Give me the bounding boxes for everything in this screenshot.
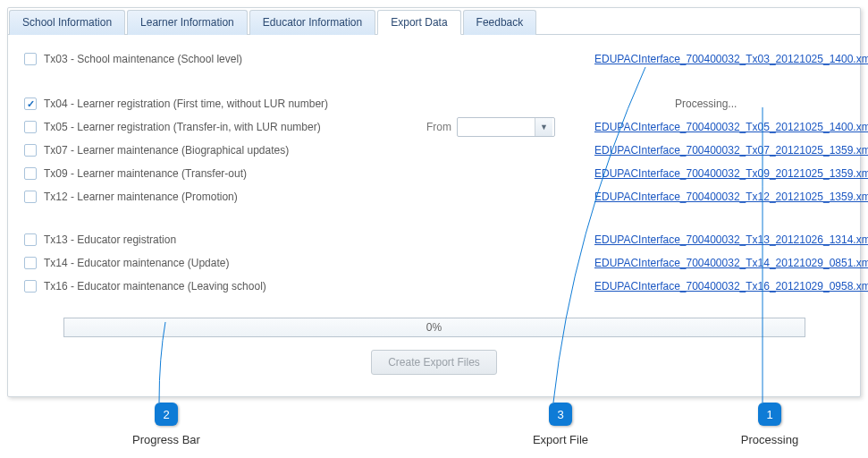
label-tx05: Tx05 - Learner registration (Transfer-in…: [44, 121, 419, 133]
callout-label-3: Export File: [533, 433, 588, 446]
label-tx07: Tx07 - Learner maintenance (Biographical…: [44, 144, 419, 157]
row-tx16: Tx16 - Educator maintenance (Leaving sch…: [24, 275, 844, 298]
callout-badge-1: 1: [758, 403, 781, 426]
row-tx12: Tx12 - Learner maintenance (Promotion) E…: [24, 185, 844, 208]
checkbox-tx05[interactable]: [24, 121, 37, 133]
file-link-tx07[interactable]: EDUPACInterface_700400032_Tx07_20121025_…: [594, 144, 868, 157]
row-tx05: Tx05 - Learner registration (Transfer-in…: [24, 115, 844, 139]
callout-label-2: Progress Bar: [132, 433, 200, 446]
file-link-tx09[interactable]: EDUPACInterface_700400032_Tx09_20121025_…: [594, 167, 868, 180]
callout-layer: 1 Processing 2 Progress Bar 3 Export Fil…: [7, 403, 861, 458]
from-combo[interactable]: ▼: [457, 117, 555, 137]
file-link-tx12[interactable]: EDUPACInterface_700400032_Tx12_20121025_…: [594, 191, 868, 203]
label-tx12: Tx12 - Learner maintenance (Promotion): [44, 191, 419, 203]
row-tx03: Tx03 - School maintenance (School level)…: [24, 47, 844, 71]
callout-badge-3: 3: [549, 403, 572, 426]
tab-export-data[interactable]: Export Data: [377, 10, 460, 35]
checkbox-tx16[interactable]: [24, 280, 37, 293]
progress-bar-container: 0%: [63, 318, 805, 337]
file-link-tx16[interactable]: EDUPACInterface_700400032_Tx16_20121029_…: [594, 280, 868, 293]
status-processing: Processing...: [594, 98, 737, 110]
file-link-tx05[interactable]: EDUPACInterface_700400032_Tx05_20121025_…: [594, 121, 868, 133]
export-content: Tx03 - School maintenance (School level)…: [8, 35, 860, 384]
from-input[interactable]: [458, 118, 535, 136]
tab-feedback[interactable]: Feedback: [463, 10, 537, 35]
row-tx04: Tx04 - Learner registration (First time,…: [24, 92, 844, 115]
checkbox-tx03[interactable]: [24, 53, 37, 65]
from-label: From: [426, 121, 451, 133]
chevron-down-icon[interactable]: ▼: [535, 118, 552, 136]
checkbox-tx04[interactable]: [24, 98, 37, 110]
row-tx09: Tx09 - Learner maintenance (Transfer-out…: [24, 162, 844, 185]
checkbox-tx14[interactable]: [24, 257, 37, 269]
tab-educator-information[interactable]: Educator Information: [249, 10, 375, 35]
checkbox-tx07[interactable]: [24, 144, 37, 157]
label-tx14: Tx14 - Educator maintenance (Update): [44, 257, 419, 269]
callout-badge-2: 2: [155, 403, 178, 426]
checkbox-tx12[interactable]: [24, 191, 37, 203]
file-link-tx13[interactable]: EDUPACInterface_700400032_Tx13_20121026_…: [594, 233, 868, 246]
checkbox-tx13[interactable]: [24, 233, 37, 246]
tab-bar: School Information Learner Information E…: [8, 8, 860, 35]
label-tx16: Tx16 - Educator maintenance (Leaving sch…: [44, 280, 419, 293]
callout-label-1: Processing: [741, 433, 798, 446]
export-panel: School Information Learner Information E…: [7, 7, 861, 397]
label-tx09: Tx09 - Learner maintenance (Transfer-out…: [44, 167, 419, 180]
progress-bar: 0%: [63, 318, 805, 337]
tab-learner-information[interactable]: Learner Information: [127, 10, 248, 35]
checkbox-tx09[interactable]: [24, 167, 37, 180]
row-tx07: Tx07 - Learner maintenance (Biographical…: [24, 139, 844, 162]
tab-school-information[interactable]: School Information: [9, 10, 125, 35]
row-tx14: Tx14 - Educator maintenance (Update) EDU…: [24, 251, 844, 275]
label-tx04: Tx04 - Learner registration (First time,…: [44, 98, 419, 110]
row-tx13: Tx13 - Educator registration EDUPACInter…: [24, 228, 844, 251]
label-tx03: Tx03 - School maintenance (School level): [44, 53, 419, 65]
label-tx13: Tx13 - Educator registration: [44, 233, 419, 246]
file-link-tx14[interactable]: EDUPACInterface_700400032_Tx14_20121029_…: [594, 257, 868, 269]
file-link-tx03[interactable]: EDUPACInterface_700400032_Tx03_20121025_…: [594, 53, 868, 65]
create-export-files-button[interactable]: Create Export Files: [371, 350, 497, 375]
